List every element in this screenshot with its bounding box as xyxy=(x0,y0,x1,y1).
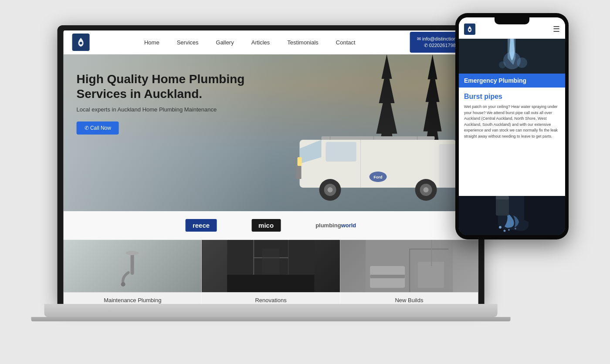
service-new-builds-image xyxy=(340,240,478,292)
svg-point-8 xyxy=(328,187,333,192)
mobile-emergency-banner: Emergency Plumbing xyxy=(459,74,565,88)
nav-articles[interactable]: Articles xyxy=(251,39,270,46)
brand-mico: mico xyxy=(251,219,281,232)
mobile-hero-image xyxy=(459,39,565,74)
svg-point-22 xyxy=(121,282,125,286)
tap-svg xyxy=(115,244,150,288)
service-maintenance-label: Maintenance Plumbing xyxy=(64,292,202,304)
brand-reece: reece xyxy=(186,219,217,232)
svg-rect-26 xyxy=(262,249,280,275)
laptop-foot xyxy=(31,317,511,321)
hero-subtitle: Local experts in Auckland Home Plumbing … xyxy=(77,106,251,113)
mobile-content-area: Burst pipes Wet patch on your ceiling? H… xyxy=(459,88,565,196)
service-renovations[interactable]: Renovations xyxy=(202,240,340,304)
mobile-burst-text: Wet patch on your ceiling? Hear water sp… xyxy=(464,104,560,139)
pipe-svg xyxy=(459,196,565,235)
svg-point-0 xyxy=(80,42,82,44)
svg-rect-3 xyxy=(326,142,356,162)
svg-rect-43 xyxy=(496,196,509,199)
service-grid: Maintenance Plumbing xyxy=(64,240,478,304)
mobile-frame: ☰ Emergency Plumbing Burst pip xyxy=(455,13,569,239)
mobile-mockup: ☰ Emergency Plumbing Burst pip xyxy=(455,13,569,239)
svg-rect-33 xyxy=(409,249,410,292)
hero-section: Ford High Quality Home Plumbing Services… xyxy=(64,54,478,211)
van-image: Ford xyxy=(287,114,470,202)
laptop-screen: Home Services Gallery Articles Testimoni… xyxy=(58,25,485,304)
laptop-base xyxy=(44,304,498,317)
service-new-builds[interactable]: New Builds xyxy=(340,240,478,304)
svg-rect-32 xyxy=(409,249,448,249)
service-renovations-label: Renovations xyxy=(202,292,340,304)
svg-rect-31 xyxy=(370,275,405,278)
svg-text:Ford: Ford xyxy=(374,175,383,179)
service-maintenance[interactable]: Maintenance Plumbing xyxy=(64,240,202,304)
laptop-mockup: Home Services Gallery Articles Testimoni… xyxy=(58,25,485,339)
svg-point-47 xyxy=(515,228,516,229)
service-maintenance-image xyxy=(64,240,202,292)
nav-home[interactable]: Home xyxy=(144,39,159,46)
service-new-builds-label: New Builds xyxy=(340,292,478,304)
mobile-menu-icon[interactable]: ☰ xyxy=(553,24,560,34)
svg-rect-20 xyxy=(130,253,134,275)
logo xyxy=(72,34,90,51)
website-header: Home Services Gallery Articles Testimoni… xyxy=(64,30,478,54)
brands-bar: reece mico plumbingworld xyxy=(64,211,478,240)
bathroom-svg xyxy=(340,240,478,292)
svg-point-40 xyxy=(517,57,527,68)
logo-icon xyxy=(77,37,85,47)
tap-image xyxy=(64,240,202,292)
bathroom-light-image xyxy=(340,240,478,292)
hero-title: High Quality Home Plumbing Services in A… xyxy=(77,72,251,101)
svg-point-36 xyxy=(469,29,471,30)
nav-services[interactable]: Services xyxy=(177,39,199,46)
main-nav: Home Services Gallery Articles Testimoni… xyxy=(144,39,356,46)
shower-svg xyxy=(202,240,340,292)
svg-rect-35 xyxy=(431,240,432,266)
svg-rect-16 xyxy=(298,157,302,166)
bathroom-dark-image xyxy=(202,240,340,292)
svg-point-44 xyxy=(499,226,502,229)
mobile-burst-title: Burst pipes xyxy=(464,93,560,101)
van-svg: Ford xyxy=(287,114,470,201)
brand-plumbingworld: plumbingworld xyxy=(315,222,356,229)
mobile-logo-icon xyxy=(467,25,473,33)
svg-point-21 xyxy=(125,251,139,255)
svg-rect-5 xyxy=(439,144,457,188)
hero-content: High Quality Home Plumbing Services in A… xyxy=(64,54,264,152)
call-now-button[interactable]: ✆ Call Now xyxy=(77,121,119,135)
svg-point-46 xyxy=(504,230,506,232)
svg-rect-17 xyxy=(296,166,302,179)
website: Home Services Gallery Articles Testimoni… xyxy=(64,30,478,304)
water-pipe-svg xyxy=(459,39,565,74)
website-content: Home Services Gallery Articles Testimoni… xyxy=(64,30,478,304)
mobile-bottom-image xyxy=(459,196,565,235)
svg-point-11 xyxy=(424,187,429,192)
mobile-screen: ☰ Emergency Plumbing Burst pip xyxy=(459,17,565,235)
svg-rect-28 xyxy=(227,275,315,292)
nav-gallery[interactable]: Gallery xyxy=(216,39,234,46)
service-renovations-image xyxy=(202,240,340,292)
nav-testimonials[interactable]: Testimonials xyxy=(287,39,319,46)
svg-point-45 xyxy=(508,229,510,231)
mobile-logo xyxy=(464,24,475,35)
svg-point-39 xyxy=(499,61,506,68)
mobile-notch xyxy=(495,17,529,24)
nav-contact[interactable]: Contact xyxy=(336,39,356,46)
